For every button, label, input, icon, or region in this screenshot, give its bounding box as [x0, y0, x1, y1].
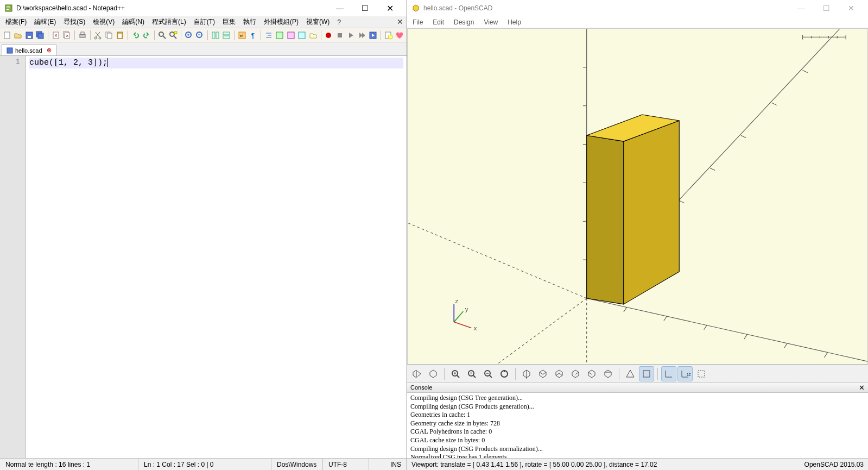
menubar-close-icon[interactable]: ✕	[397, 17, 403, 26]
close-all-icon[interactable]: ×	[62, 30, 72, 41]
copy-icon[interactable]	[104, 30, 114, 41]
maximize-button[interactable]: ☐	[814, 0, 839, 16]
func-list-icon[interactable]	[297, 30, 307, 41]
menu-edit[interactable]: 編輯(E)	[31, 16, 59, 28]
view-back-icon[interactable]	[600, 366, 616, 381]
oscad-titlebar[interactable]: hello.scad - OpenSCAD — ☐ ✕	[407, 0, 868, 16]
render-icon[interactable]	[426, 366, 441, 381]
record-macro-icon[interactable]	[324, 30, 333, 41]
play-macro-icon[interactable]	[346, 30, 356, 41]
paste-icon[interactable]	[116, 30, 125, 41]
close-button[interactable]: ✕	[377, 0, 402, 16]
console-header[interactable]: Console ✕	[407, 382, 868, 393]
preview-icon[interactable]	[409, 366, 425, 381]
redo-icon[interactable]	[142, 30, 152, 41]
wordwrap-icon[interactable]: ↵	[237, 30, 247, 41]
svg-rect-14	[80, 34, 85, 37]
play-multi-icon[interactable]	[357, 30, 367, 41]
reset-view-icon[interactable]	[497, 366, 512, 381]
folder-icon[interactable]	[308, 30, 318, 41]
menu-view[interactable]: 檢視(V)	[90, 16, 118, 28]
save-macro-icon[interactable]	[369, 30, 378, 41]
openscad-icon	[411, 4, 420, 12]
file-tab-hello-scad[interactable]: hello.scad ⊗	[2, 45, 56, 55]
cut-icon[interactable]	[93, 30, 103, 41]
view-front-icon[interactable]	[584, 366, 599, 381]
save-all-icon[interactable]	[36, 30, 46, 41]
npp-titlebar[interactable]: D:\workspace\hello.scad - Notepad++ — ☐ …	[0, 0, 407, 16]
console-output[interactable]: Compiling design (CSG Tree generation)..…	[407, 393, 868, 458]
menu-settings[interactable]: 自訂(T)	[191, 16, 218, 28]
maximize-button[interactable]: ☐	[352, 0, 377, 16]
print-icon[interactable]	[78, 30, 87, 41]
view-right-icon[interactable]	[519, 366, 534, 381]
zoom-in-icon[interactable]	[184, 30, 194, 41]
show-scalemarkers-icon[interactable]: 10	[677, 366, 693, 381]
status-insert-mode[interactable]: INS	[369, 459, 407, 470]
status-encoding[interactable]: UTF-8	[323, 459, 369, 470]
console-close-icon[interactable]: ✕	[859, 384, 865, 392]
indent-guide-icon[interactable]	[264, 30, 274, 41]
svg-point-24	[170, 32, 174, 36]
menu-plugins[interactable]: 外掛模組(P)	[261, 16, 302, 28]
status-viewport-info: Viewport: translate = [ 0.43 1.41 1.56 ]…	[411, 461, 657, 468]
save-icon[interactable]	[24, 30, 34, 41]
menu-file[interactable]: 檔案(F)	[2, 16, 30, 28]
undo-icon[interactable]	[131, 30, 141, 41]
close-file-icon[interactable]: ×	[51, 30, 61, 41]
oscad-3d-viewport[interactable]: x y z	[407, 28, 868, 365]
stop-macro-icon[interactable]	[335, 30, 345, 41]
zoom-out-icon[interactable]	[195, 30, 205, 41]
status-eol[interactable]: Dos\Windows	[271, 459, 323, 470]
show-all-chars-icon[interactable]: ¶	[248, 30, 258, 41]
line-number-gutter: 1	[0, 56, 26, 458]
userdef-icon[interactable]	[275, 30, 284, 41]
find-icon[interactable]	[157, 30, 167, 41]
monitor-file-icon[interactable]	[384, 30, 394, 41]
menu-view[interactable]: View	[484, 18, 498, 26]
menu-design[interactable]: Design	[454, 18, 474, 26]
show-edges-icon[interactable]	[694, 366, 709, 381]
svg-line-90	[457, 375, 459, 378]
code-area[interactable]: cube([1, 2, 3]);	[26, 56, 407, 458]
npp-editor[interactable]: 1 cube([1, 2, 3]);	[0, 55, 407, 458]
view-left-icon[interactable]	[568, 366, 583, 381]
zoom-all-icon[interactable]	[448, 366, 463, 381]
heart-icon[interactable]	[395, 30, 405, 41]
svg-rect-21	[118, 34, 122, 38]
menu-help[interactable]: Help	[508, 18, 521, 26]
minimize-button[interactable]: —	[789, 0, 814, 16]
sync-v-icon[interactable]	[211, 30, 220, 41]
view-bottom-icon[interactable]	[552, 366, 567, 381]
svg-rect-3	[7, 9, 9, 10]
sync-h-icon[interactable]	[221, 30, 231, 41]
tab-close-icon[interactable]: ⊗	[47, 47, 52, 54]
replace-icon[interactable]	[168, 30, 178, 41]
menu-language[interactable]: 程式語言(L)	[149, 16, 189, 28]
menu-help[interactable]: ?	[334, 17, 344, 27]
svg-text:×: ×	[54, 33, 58, 39]
menu-run[interactable]: 執行	[240, 16, 259, 28]
zoom-out-icon[interactable]: −	[480, 366, 496, 381]
minimize-button[interactable]: —	[327, 0, 352, 16]
view-top-icon[interactable]	[535, 366, 550, 381]
menu-file[interactable]: File	[413, 18, 423, 26]
menu-search[interactable]: 尋找(S)	[60, 16, 88, 28]
open-file-icon[interactable]	[14, 30, 23, 41]
doc-map-icon[interactable]	[286, 30, 296, 41]
perspective-icon[interactable]	[623, 366, 638, 381]
svg-rect-106	[698, 371, 705, 377]
orthogonal-icon[interactable]	[639, 366, 654, 381]
close-button[interactable]: ✕	[839, 0, 864, 16]
show-axes-icon[interactable]	[661, 366, 676, 381]
new-file-icon[interactable]	[2, 30, 12, 41]
svg-text:×: ×	[66, 33, 69, 39]
svg-point-22	[159, 32, 163, 36]
menu-encoding[interactable]: 編碼(N)	[119, 16, 148, 28]
zoom-in-icon[interactable]: +	[464, 366, 479, 381]
axis-y-label: y	[465, 306, 468, 312]
menu-macro[interactable]: 巨集	[219, 16, 239, 28]
svg-rect-8	[38, 33, 43, 39]
menu-window[interactable]: 視窗(W)	[303, 16, 333, 28]
menu-edit[interactable]: Edit	[433, 18, 444, 26]
